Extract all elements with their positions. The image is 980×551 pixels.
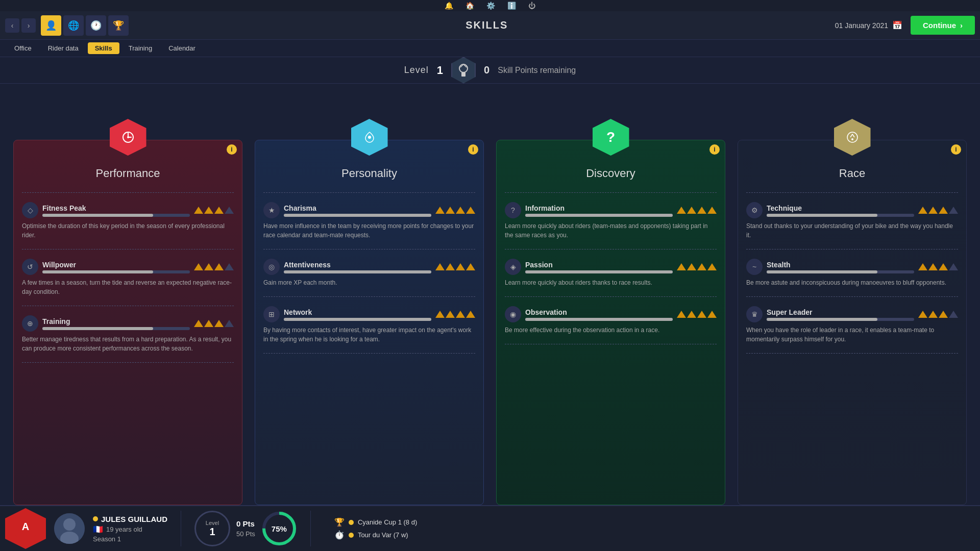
passion-desc: Learn more quickly about riders thanks t… bbox=[505, 278, 717, 287]
nav-forward-button[interactable]: › bbox=[21, 18, 36, 33]
attentiveness-triangles bbox=[435, 263, 475, 270]
triangle-2 bbox=[928, 207, 938, 214]
fitness-peak-desc: Optimise the duration of this key period… bbox=[22, 221, 234, 240]
passion-triangles bbox=[677, 263, 717, 270]
triangle-3 bbox=[214, 263, 224, 270]
tab-training[interactable]: Training bbox=[121, 42, 159, 54]
network-bar bbox=[284, 318, 431, 321]
race-item-1: 🏆 Cyanide Cup 1 (8 d) bbox=[334, 517, 975, 527]
race-name-2: Tour du Var (7 w) bbox=[358, 531, 408, 539]
skill-passion: ◈ Passion Learn more quickly about bbox=[505, 255, 717, 291]
triangle-4 bbox=[225, 207, 234, 214]
tab-skills[interactable]: Skills bbox=[88, 42, 119, 54]
settings-icon[interactable]: ⚙️ bbox=[486, 2, 495, 10]
date-text: 01 January 2021 bbox=[835, 21, 888, 30]
skill-points-number: 0 bbox=[484, 64, 489, 76]
triangle-3 bbox=[456, 263, 465, 270]
fitness-peak-icon: ◇ bbox=[22, 202, 38, 218]
fitness-peak-bar bbox=[42, 214, 190, 217]
level-bar: Level 1 0 Skill Points remaining bbox=[0, 57, 980, 84]
triangle-1 bbox=[435, 311, 445, 318]
information-name: Information bbox=[525, 204, 673, 212]
super-leader-triangles bbox=[918, 311, 958, 318]
willpower-icon: ↺ bbox=[22, 259, 38, 275]
bottom-races-section: 🏆 Cyanide Cup 1 (8 d) ⏱️ Tour du Var (7 … bbox=[324, 517, 975, 540]
race-dot-2 bbox=[349, 533, 354, 538]
card-performance: i Performance ◇ Fitness Peak bbox=[13, 140, 242, 505]
power-icon[interactable]: ⏻ bbox=[528, 2, 535, 10]
network-desc: By having more contacts of interest, hav… bbox=[263, 325, 475, 344]
tab-icon-clock[interactable]: 🕐 bbox=[86, 15, 106, 36]
passion-bar bbox=[525, 270, 673, 273]
information-desc: Learn more quickly about riders (team-ma… bbox=[505, 221, 717, 240]
player-team-logo: A bbox=[13, 514, 38, 544]
level-badge-icon bbox=[451, 57, 476, 84]
skill-super-leader: ♛ Super Leader When you have the r bbox=[746, 302, 958, 348]
super-leader-icon: ♛ bbox=[746, 306, 763, 322]
information-bar-fill bbox=[525, 214, 673, 217]
card-title-performance: Performance bbox=[22, 167, 234, 180]
training-bar bbox=[42, 327, 190, 330]
info-icon[interactable]: ℹ️ bbox=[507, 2, 516, 10]
triangle-2 bbox=[928, 311, 938, 318]
card-title-race: Race bbox=[746, 167, 958, 180]
triangle-1 bbox=[677, 311, 686, 318]
triangle-1 bbox=[918, 263, 927, 270]
information-bar bbox=[525, 214, 673, 217]
attentiveness-name: Attentiveness bbox=[284, 261, 431, 269]
skill-willpower: ↺ Willpower A few times in a seaso bbox=[22, 255, 234, 300]
training-bar-fill bbox=[42, 327, 153, 330]
tab-rider-data[interactable]: Rider data bbox=[41, 42, 86, 54]
hex-icon-race bbox=[834, 119, 871, 156]
charisma-icon: ★ bbox=[263, 202, 280, 218]
tab-calendar[interactable]: Calendar bbox=[161, 42, 203, 54]
cards-wrapper: i Performance ◇ Fitness Peak bbox=[5, 114, 975, 505]
main-tab-icons: 👤 🌐 🕐 🏆 bbox=[41, 15, 129, 36]
tab-office[interactable]: Office bbox=[7, 42, 39, 54]
tab-icon-globe[interactable]: 🌐 bbox=[63, 15, 84, 36]
top-nav: 🔔 🏠 ⚙️ ℹ️ ⏻ bbox=[0, 0, 980, 11]
tab-icon-trophy[interactable]: 🏆 bbox=[108, 15, 129, 36]
triangle-4 bbox=[707, 311, 717, 318]
observation-icon: ◉ bbox=[505, 306, 521, 322]
notification-icon[interactable]: 🔔 bbox=[445, 2, 453, 10]
info-btn-discovery[interactable]: i bbox=[709, 144, 720, 155]
skill-fitness-peak: ◇ Fitness Peak Optimise the durati bbox=[22, 198, 234, 244]
svg-point-0 bbox=[459, 64, 468, 72]
info-btn-race[interactable]: i bbox=[951, 144, 961, 155]
player-team-hex: A bbox=[5, 508, 46, 549]
network-triangles bbox=[435, 311, 475, 318]
nav-arrows: ‹ › bbox=[5, 18, 36, 33]
training-triangles bbox=[194, 320, 234, 327]
network-name: Network bbox=[284, 308, 431, 316]
attentiveness-bar-fill bbox=[284, 270, 431, 273]
triangle-1 bbox=[918, 207, 927, 214]
triangle-2 bbox=[204, 263, 213, 270]
triangle-2 bbox=[204, 320, 213, 327]
attentiveness-bar bbox=[284, 270, 431, 273]
training-icon: ⊕ bbox=[22, 315, 38, 332]
stealth-bar-fill bbox=[767, 270, 877, 273]
observation-bar bbox=[525, 318, 673, 321]
triangle-2 bbox=[928, 263, 938, 270]
home-icon[interactable]: 🏠 bbox=[465, 2, 474, 10]
continue-button[interactable]: Continue › bbox=[911, 16, 975, 35]
calendar-icon[interactable]: 📅 bbox=[892, 20, 902, 30]
super-leader-name: Super Leader bbox=[767, 308, 914, 316]
date-section: 01 January 2021 📅 bbox=[835, 20, 902, 30]
player-flag: 🇫🇷 bbox=[93, 524, 103, 534]
training-desc: Better manage tiredness that results fro… bbox=[22, 335, 234, 353]
tab-icon-main[interactable]: 👤 bbox=[41, 15, 61, 36]
bottom-progress-circle: 75% bbox=[261, 511, 297, 546]
info-btn-personality[interactable]: i bbox=[468, 144, 478, 155]
fitness-peak-triangles bbox=[194, 207, 234, 214]
triangle-4 bbox=[949, 207, 958, 214]
triangle-1 bbox=[194, 263, 203, 270]
triangle-4 bbox=[466, 263, 475, 270]
card-personality: i Personality ★ Charisma bbox=[255, 140, 484, 505]
charisma-bar-fill bbox=[284, 214, 431, 217]
triangle-2 bbox=[204, 207, 213, 214]
nav-back-button[interactable]: ‹ bbox=[5, 18, 19, 33]
info-btn-performance[interactable]: i bbox=[227, 144, 237, 155]
skill-training: ⊕ Training Better manage tiredness bbox=[22, 311, 234, 357]
